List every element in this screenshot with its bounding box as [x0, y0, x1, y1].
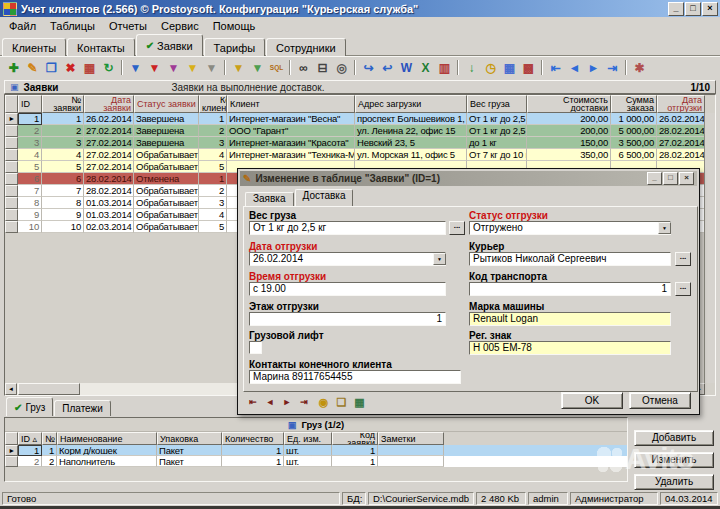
- column-header[interactable]: Стоимость доставки: [527, 95, 611, 113]
- freight-elevator-checkbox[interactable]: [249, 341, 262, 354]
- edit-record-icon[interactable]: ✎: [23, 59, 42, 76]
- design-table-icon[interactable]: ▦: [500, 59, 519, 76]
- tab-order[interactable]: Заявка: [245, 192, 294, 206]
- detail-tab[interactable]: ✔Груз: [6, 397, 53, 416]
- table-row[interactable]: 2 2 27.02.2014 Завершена 2 ООО "Гарант" …: [5, 125, 715, 137]
- filter-selected-icon[interactable]: ▼: [229, 59, 248, 76]
- ship-time-field[interactable]: с 19.00: [249, 282, 446, 296]
- edit-button[interactable]: Изменить: [634, 452, 714, 468]
- column-header[interactable]: Адрес загрузки: [355, 95, 467, 113]
- report-icon[interactable]: ✱: [630, 59, 649, 76]
- filter-favorite-icon[interactable]: ▼: [183, 59, 202, 76]
- record-last-icon[interactable]: ⇥: [297, 396, 311, 408]
- refresh-icon[interactable]: ↻: [99, 59, 118, 76]
- close-button[interactable]: ×: [702, 2, 718, 16]
- notes-icon[interactable]: ▦: [352, 396, 367, 409]
- main-tab[interactable]: ✔Заявки: [136, 34, 203, 56]
- nav-prev-icon[interactable]: ◄: [565, 59, 584, 76]
- chart-icon[interactable]: ▥: [435, 59, 454, 76]
- tab-delivery[interactable]: Доставка: [295, 189, 354, 206]
- nav-last-icon[interactable]: ⇥: [603, 59, 622, 76]
- column-header[interactable]: Вес груза: [467, 95, 527, 113]
- menu-item[interactable]: Помощь: [206, 19, 263, 33]
- add-record-icon[interactable]: ✚: [4, 59, 23, 76]
- column-header[interactable]: [5, 432, 18, 445]
- weight-field[interactable]: От 1 кг до 2,5 кг: [249, 221, 446, 235]
- record-first-icon[interactable]: ⇤: [246, 396, 260, 408]
- table-row[interactable]: ► 1 1 26.02.2014 Завершена 1 Интернет-ма…: [5, 113, 715, 125]
- window-titlebar[interactable]: Учет клиентов (2.566) © Prostoysoft. Кон…: [0, 0, 720, 17]
- preview-icon[interactable]: ◎: [332, 59, 351, 76]
- column-header[interactable]: Упаковка: [157, 432, 222, 445]
- globe-icon[interactable]: ◉: [316, 396, 331, 409]
- add-button[interactable]: Добавить: [634, 430, 714, 446]
- main-tab[interactable]: Сотрудники: [266, 38, 346, 56]
- filter-check-icon[interactable]: ▼: [164, 59, 183, 76]
- ship-status-field[interactable]: Отгружено: [469, 221, 671, 235]
- sql-icon[interactable]: SQL: [267, 59, 286, 76]
- export-word-icon[interactable]: W: [397, 59, 416, 76]
- transport-lookup-button[interactable]: ...: [675, 282, 691, 296]
- column-header[interactable]: Количество: [222, 432, 284, 445]
- dialog-titlebar[interactable]: ✎ Изменение в таблице "Заявки" (ID=1) _ …: [240, 171, 697, 186]
- nav-first-icon[interactable]: ⇤: [546, 59, 565, 76]
- ship-date-dropdown-icon[interactable]: ▼: [433, 253, 446, 265]
- nav-next-icon[interactable]: ►: [584, 59, 603, 76]
- column-header[interactable]: Сумма заказа: [611, 95, 657, 113]
- menu-item[interactable]: Таблицы: [43, 19, 102, 33]
- vertical-scrollbar[interactable]: [704, 113, 715, 383]
- plate-field[interactable]: Н 005 ЕМ-78: [469, 341, 671, 355]
- dialog-close-button[interactable]: ×: [679, 172, 694, 185]
- client-contacts-field[interactable]: Марина 89117654455: [249, 370, 461, 384]
- column-header[interactable]: Дата отгрузки: [657, 95, 705, 113]
- find-icon[interactable]: ∞: [294, 59, 313, 76]
- folder-icon[interactable]: ❏: [334, 396, 349, 409]
- column-header[interactable]: №: [42, 432, 57, 445]
- column-header[interactable]: ID ▵: [18, 432, 42, 445]
- column-header[interactable]: Заметки: [378, 432, 444, 445]
- filter-advanced-icon[interactable]: ▼: [248, 59, 267, 76]
- car-brand-field[interactable]: Renault Logan: [469, 312, 671, 326]
- export-icon[interactable]: ↪: [359, 59, 378, 76]
- menu-item[interactable]: Отчеты: [102, 19, 154, 33]
- weight-lookup-button[interactable]: ...: [449, 221, 465, 235]
- column-header[interactable]: Статус заявки: [134, 95, 199, 113]
- clear-table-icon[interactable]: ▦: [80, 59, 99, 76]
- ship-status-dropdown-icon[interactable]: ▼: [658, 222, 671, 234]
- column-header[interactable]: Код клиента: [199, 95, 227, 113]
- maximize-button[interactable]: □: [685, 2, 701, 16]
- main-tab[interactable]: Клиенты: [2, 38, 66, 56]
- print-icon[interactable]: ⊟: [313, 59, 332, 76]
- column-header[interactable]: Клиент: [227, 95, 355, 113]
- main-tab[interactable]: Контакты: [67, 38, 135, 56]
- column-header[interactable]: № заявки: [42, 95, 84, 113]
- table-row[interactable]: 4 4 27.02.2014 Обрабатывается 4 Интернет…: [5, 149, 715, 161]
- ok-button[interactable]: OK: [561, 392, 623, 409]
- filter-exclude-icon[interactable]: ▼: [202, 59, 221, 76]
- column-header[interactable]: Дата заявки: [84, 95, 134, 113]
- dialog-maximize-button[interactable]: □: [663, 172, 678, 185]
- column-header[interactable]: Наименование: [57, 432, 157, 445]
- table-row[interactable]: 3 3 27.02.2014 Завершена 3 Интернет-мага…: [5, 137, 715, 149]
- transport-code-field[interactable]: 1: [469, 282, 671, 296]
- table-row[interactable]: 2 2 Наполнитель Пакет 1 шт. 1: [5, 456, 627, 467]
- dialog-minimize-button[interactable]: _: [647, 172, 662, 185]
- menu-item[interactable]: Сервис: [154, 19, 206, 33]
- scroll-left-icon[interactable]: ◄: [5, 383, 17, 395]
- floor-field[interactable]: 1: [249, 312, 446, 326]
- delete-button[interactable]: Удалить: [634, 474, 714, 490]
- courier-field[interactable]: Рытиков Николай Сергеевич: [469, 252, 671, 266]
- filter-icon[interactable]: ▼: [126, 59, 145, 76]
- table-row[interactable]: ► 1 1 Корм д/кошек Пакет 1 шт. 1: [5, 445, 627, 456]
- export-excel-icon[interactable]: X: [416, 59, 435, 76]
- history-icon[interactable]: ◷: [481, 59, 500, 76]
- delete-record-icon[interactable]: ✖: [61, 59, 80, 76]
- copy-record-icon[interactable]: ❐: [42, 59, 61, 76]
- minimize-button[interactable]: _: [668, 2, 684, 16]
- column-header[interactable]: Ед. изм.: [284, 432, 332, 445]
- detail-tab[interactable]: Платежи: [54, 400, 111, 416]
- record-next-icon[interactable]: ►: [280, 396, 294, 408]
- courier-lookup-button[interactable]: ...: [675, 252, 691, 266]
- scrollbar-thumb[interactable]: [18, 383, 80, 395]
- query-table-icon[interactable]: ▩: [519, 59, 538, 76]
